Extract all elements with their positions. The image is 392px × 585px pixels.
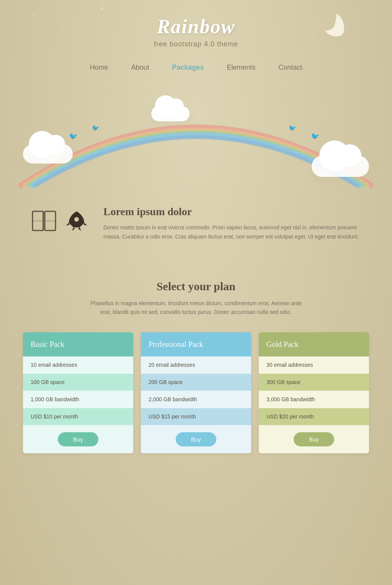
plan-gold-footer: Buy	[259, 425, 369, 453]
plan-gold-buy-button[interactable]: Buy	[294, 432, 334, 446]
plan-gold-feature-1: 30 email addresses	[259, 356, 369, 374]
book-icon	[31, 209, 57, 232]
nav-contact[interactable]: Contact	[279, 64, 302, 72]
plan-card-basic: Basic Pack 10 email addresses 100 GB spa…	[23, 332, 133, 453]
plans-subtitle: Phasellus in magna elementum, tincidunt …	[89, 299, 303, 317]
cloud-center	[151, 106, 189, 121]
plan-basic-buy-button[interactable]: Buy	[58, 432, 98, 446]
plan-pro-feature-4: USD $15 per month	[141, 408, 251, 425]
plan-gold-feature-4: USD $20 per month	[259, 408, 369, 425]
plan-basic-feature-1: 10 email addresses	[23, 356, 133, 374]
about-title: Lorem ipsum dolor	[103, 206, 361, 218]
plans-section: Select your plan Phasellus in magna elem…	[0, 265, 392, 484]
star-icon: ☆	[357, 11, 361, 17]
plans-grid: Basic Pack 10 email addresses 100 GB spa…	[23, 332, 369, 453]
about-content: Lorem ipsum dolor Donec mattis ipsum in …	[103, 206, 361, 242]
nav-about[interactable]: About	[131, 64, 149, 72]
plan-basic-feature-4: USD $10 per month	[23, 408, 133, 425]
plan-basic-feature-3: 1,000 GB bandwidth	[23, 391, 133, 408]
nav-home[interactable]: Home	[90, 64, 108, 72]
nav-packages[interactable]: Packages	[172, 64, 204, 72]
cloud-right	[312, 156, 369, 177]
bird-icon: 🐦	[289, 124, 296, 132]
plan-card-gold: Gold Pack 30 email addresses 300 GB spac…	[259, 332, 369, 453]
plan-pro-feature-2: 200 GB space	[141, 374, 251, 391]
plan-pro-feature-3: 2,000 GB bandwidth	[141, 391, 251, 408]
rainbow-section: 🐦 🐦 🐦 🐦	[0, 68, 392, 190]
star-icon: ☆	[31, 11, 36, 18]
about-text: Donec mattis ipsum in erat viverra commo…	[103, 223, 361, 242]
rocket-icon	[65, 209, 88, 232]
plan-basic-footer: Buy	[23, 425, 133, 453]
plan-gold-feature-2: 300 GB space	[259, 374, 369, 391]
plan-pro-header: Professional Pack	[141, 332, 251, 356]
cloud-left	[23, 144, 73, 163]
star-icon: ☆	[310, 31, 315, 37]
bird-icon: 🐦	[92, 124, 100, 132]
plan-pro-footer: Buy	[141, 425, 251, 453]
header: ☆ ☆ ★ ☆ ☆ Rainbow free bootstrap 4.0 the…	[0, 0, 392, 48]
plan-basic-header: Basic Pack	[23, 332, 133, 356]
moon-icon	[315, 8, 346, 38]
svg-point-5	[74, 217, 79, 222]
about-section: Lorem ipsum dolor Donec mattis ipsum in …	[0, 190, 392, 265]
plan-pro-feature-1: 20 email addresses	[141, 356, 251, 374]
star-icon: ★	[100, 6, 104, 11]
main-nav: Home About Packages Elements Contact	[0, 60, 392, 75]
about-icons	[31, 209, 88, 232]
plan-card-pro: Professional Pack 20 email addresses 200…	[141, 332, 251, 453]
star-icon: ☆	[61, 23, 65, 27]
bird-icon: 🐦	[69, 132, 77, 141]
plan-gold-header: Gold Pack	[259, 332, 369, 356]
plan-pro-buy-button[interactable]: Buy	[176, 432, 216, 446]
nav-elements[interactable]: Elements	[227, 64, 256, 72]
plan-basic-feature-2: 100 GB space	[23, 374, 133, 391]
plan-gold-feature-3: 3,000 GB bandwidth	[259, 391, 369, 408]
page-wrapper: ☆ ☆ ★ ☆ ☆ Rainbow free bootstrap 4.0 the…	[0, 0, 392, 484]
plans-title: Select your plan	[23, 280, 369, 293]
site-subtitle: free bootstrap 4.0 theme	[0, 40, 392, 48]
bird-icon: 🐦	[311, 132, 319, 141]
